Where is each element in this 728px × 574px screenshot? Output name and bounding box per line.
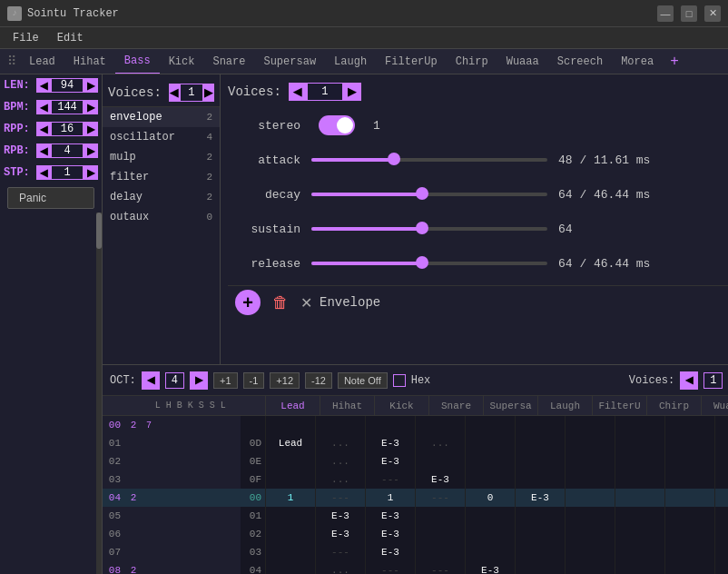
tab-add-button[interactable]: + <box>663 52 686 72</box>
len-decrement[interactable]: ◀ <box>36 78 51 93</box>
tab-screech[interactable]: Screech <box>548 49 612 74</box>
td-chirp-01[interactable] <box>615 434 665 452</box>
td-snare-07[interactable] <box>416 543 466 561</box>
minus12-button[interactable]: -12 <box>305 372 332 389</box>
tab-chirp[interactable]: Chirp <box>447 49 497 74</box>
td-screech-03[interactable] <box>715 470 728 489</box>
tab-bass[interactable]: Bass <box>115 49 160 74</box>
decay-slider[interactable] <box>311 193 547 196</box>
td-hihat-06[interactable]: E-3 <box>316 525 366 543</box>
td-lead-04[interactable]: 1 <box>266 489 316 507</box>
rpp-increment[interactable]: ▶ <box>84 122 98 136</box>
td-snare-08[interactable]: --- <box>416 561 466 574</box>
tab-morea[interactable]: Morea <box>612 49 663 74</box>
tab-filterup[interactable]: FilterUp <box>376 49 447 74</box>
td-screech-01[interactable] <box>715 434 728 452</box>
td-wuaaa-04[interactable] <box>665 489 715 507</box>
inst-envelope[interactable]: envelope 2 <box>103 107 220 127</box>
td-kick-07[interactable]: E-3 <box>366 543 416 561</box>
td-lead-05[interactable] <box>266 507 316 525</box>
td-wuaaa-00[interactable] <box>665 416 715 434</box>
rpb-decrement[interactable]: ◀ <box>36 144 51 158</box>
voices2-decrement[interactable]: ◀ <box>680 371 698 390</box>
td-snare-02[interactable] <box>416 452 466 470</box>
td-kick-00[interactable] <box>366 416 416 434</box>
panic-button[interactable]: Panic <box>7 187 94 209</box>
td-hihat-00[interactable] <box>316 416 366 434</box>
attack-slider[interactable] <box>311 158 547 162</box>
td-filteru-06[interactable] <box>566 525 615 543</box>
td-filteru-00[interactable] <box>566 416 615 434</box>
voices-prev[interactable]: ◀ <box>169 84 180 102</box>
td-filteru-04[interactable] <box>566 489 615 507</box>
td-chirp-03[interactable] <box>615 470 665 489</box>
minus1-button[interactable]: -1 <box>243 372 265 389</box>
td-laugh-08[interactable] <box>516 561 566 574</box>
td-laugh-03[interactable] <box>516 470 566 489</box>
td-snare-06[interactable] <box>416 525 466 543</box>
inst-outaux[interactable]: outaux 0 <box>103 207 220 227</box>
add-unit-button[interactable]: + <box>235 290 261 315</box>
td-lead-00[interactable] <box>266 416 316 434</box>
td-supersa-03[interactable] <box>466 470 516 489</box>
td-wuaaa-07[interactable] <box>665 543 715 561</box>
td-filteru-08[interactable] <box>566 561 615 574</box>
plus12-button[interactable]: +12 <box>270 372 300 389</box>
inst-filter[interactable]: filter 2 <box>103 167 220 187</box>
td-wuaaa-06[interactable] <box>665 525 715 543</box>
inst-voices-next[interactable]: ▶ <box>343 83 361 101</box>
td-supersa-04[interactable]: 0 <box>466 489 516 507</box>
td-kick-08[interactable]: --- <box>366 561 416 574</box>
td-wuaaa-03[interactable] <box>665 470 715 489</box>
td-screech-06[interactable] <box>715 525 728 543</box>
td-kick-05[interactable]: E-3 <box>366 507 416 525</box>
plus1-button[interactable]: +1 <box>213 372 238 389</box>
td-supersa-05[interactable] <box>466 507 516 525</box>
tab-wuaaa[interactable]: Wuaaa <box>497 49 548 74</box>
bpm-decrement[interactable]: ◀ <box>36 100 51 114</box>
release-slider[interactable] <box>311 262 547 265</box>
td-wuaaa-05[interactable] <box>665 507 715 525</box>
td-laugh-07[interactable] <box>516 543 566 561</box>
td-wuaaa-01[interactable] <box>665 434 715 452</box>
td-chirp-08[interactable] <box>615 561 665 574</box>
release-thumb[interactable] <box>416 256 428 269</box>
td-filteru-07[interactable] <box>566 543 615 561</box>
td-screech-00[interactable] <box>715 416 728 434</box>
menu-file[interactable]: File <box>4 30 48 46</box>
td-laugh-01[interactable] <box>516 434 566 452</box>
td-wuaaa-02[interactable] <box>665 452 715 470</box>
minimize-button[interactable]: — <box>657 5 674 22</box>
td-snare-01[interactable]: ... <box>416 434 466 452</box>
stereo-toggle[interactable] <box>319 115 355 135</box>
tab-supersaw[interactable]: Supersaw <box>254 49 325 74</box>
td-screech-05[interactable] <box>715 507 728 525</box>
menu-edit[interactable]: Edit <box>48 30 93 46</box>
td-chirp-04[interactable] <box>615 489 665 507</box>
td-screech-07[interactable] <box>715 543 728 561</box>
note-off-button[interactable]: Note Off <box>338 372 388 389</box>
tab-kick[interactable]: Kick <box>160 49 204 74</box>
td-kick-03[interactable]: --- <box>366 470 416 489</box>
td-laugh-04[interactable]: E-3 <box>516 489 566 507</box>
voices-next[interactable]: ▶ <box>203 84 214 102</box>
td-laugh-00[interactable] <box>516 416 566 434</box>
inst-oscillator[interactable]: oscillator 4 <box>103 127 220 147</box>
td-hihat-03[interactable]: ... <box>316 470 366 489</box>
td-screech-04[interactable] <box>715 489 728 507</box>
td-lead-02[interactable] <box>266 452 316 470</box>
td-lead-07[interactable] <box>266 543 316 561</box>
td-chirp-02[interactable] <box>615 452 665 470</box>
td-snare-04[interactable]: --- <box>416 489 466 507</box>
stp-increment[interactable]: ▶ <box>84 165 98 180</box>
td-filteru-05[interactable] <box>566 507 615 525</box>
td-chirp-05[interactable] <box>615 507 665 525</box>
sidebar-scrollbar[interactable] <box>96 213 102 574</box>
td-wuaaa-08[interactable] <box>665 561 715 574</box>
td-lead-03[interactable] <box>266 470 316 489</box>
attack-thumb[interactable] <box>388 153 400 165</box>
td-snare-03[interactable]: E-3 <box>416 470 466 489</box>
td-filteru-03[interactable] <box>566 470 615 489</box>
cancel-button[interactable]: ✕ <box>300 294 312 312</box>
len-increment[interactable]: ▶ <box>84 78 98 93</box>
